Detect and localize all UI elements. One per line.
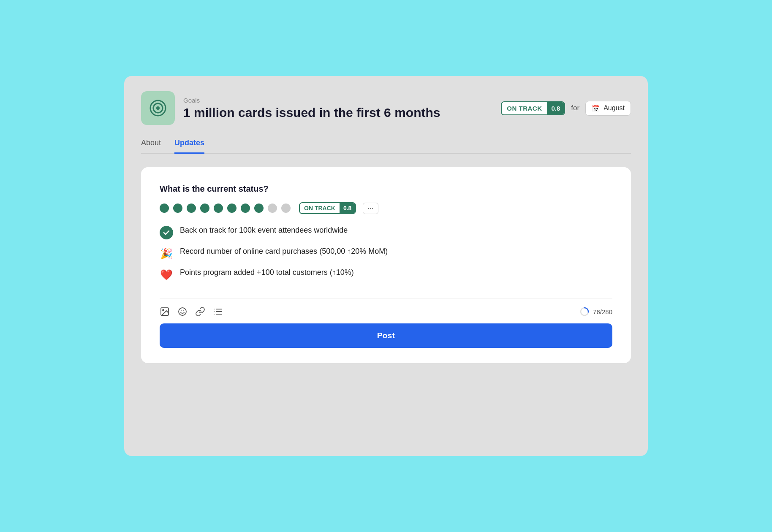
inline-badge-text: ON TRACK: [300, 203, 340, 213]
heart-icon: ❤️: [160, 268, 173, 282]
tabs: About Updates: [141, 138, 631, 154]
link-icon[interactable]: [195, 307, 205, 317]
update-item-1-text: Back on track for 100k event attendees w…: [180, 226, 348, 235]
party-icon: 🎉: [160, 247, 173, 261]
char-count-wrapper: 76/280: [579, 307, 612, 317]
toolbar: 76/280: [160, 299, 612, 317]
header-text: Goals 1 million cards issued in the firs…: [183, 97, 492, 120]
update-item-2-text: Record number of online card purchases (…: [180, 247, 388, 256]
dot-3: [187, 204, 196, 213]
header: Goals 1 million cards issued in the firs…: [141, 91, 631, 125]
main-card: Goals 1 million cards issued in the firs…: [124, 76, 648, 456]
tab-updates[interactable]: Updates: [174, 138, 204, 154]
update-item-1: Back on track for 100k event attendees w…: [160, 226, 612, 239]
month-label: August: [603, 104, 625, 112]
svg-point-2: [156, 106, 160, 110]
update-items: Back on track for 100k event attendees w…: [160, 226, 612, 282]
dot-4: [200, 204, 209, 213]
post-button[interactable]: Post: [160, 323, 612, 348]
dot-9: [268, 204, 277, 213]
dot-1: [160, 204, 169, 213]
svg-point-5: [179, 308, 186, 315]
dot-6: [227, 204, 236, 213]
svg-point-4: [163, 309, 164, 311]
calendar-icon: 📅: [592, 104, 600, 112]
check-circle-icon: [160, 226, 173, 239]
tab-about[interactable]: About: [141, 138, 161, 154]
emoji-icon[interactable]: [177, 307, 188, 317]
dots-row: ON TRACK 0.8 ···: [160, 202, 612, 214]
image-icon[interactable]: [160, 307, 170, 317]
inner-card: What is the current status? ON TRACK 0.8…: [141, 167, 631, 363]
status-badge-text: ON TRACK: [502, 102, 547, 114]
goal-title: 1 million cards issued in the first 6 mo…: [183, 106, 492, 120]
update-item-2: 🎉 Record number of online card purchases…: [160, 247, 612, 261]
more-button[interactable]: ···: [363, 203, 378, 214]
for-label: for: [571, 104, 579, 112]
goals-label: Goals: [183, 97, 492, 104]
update-item-3-text: Points program added +100 total customer…: [180, 268, 354, 277]
status-badge-score: 0.8: [547, 102, 564, 114]
dot-2: [173, 204, 182, 213]
header-right: ON TRACK 0.8 for 📅 August: [501, 101, 631, 116]
dot-5: [214, 204, 223, 213]
update-item-3: ❤️ Points program added +100 total custo…: [160, 268, 612, 282]
dot-7: [241, 204, 250, 213]
dot-8: [254, 204, 264, 213]
progress-ring: [579, 307, 590, 317]
char-count: 76/280: [593, 308, 612, 315]
dot-10: [281, 204, 291, 213]
status-badge: ON TRACK 0.8: [501, 101, 565, 115]
inline-status-badge: ON TRACK 0.8: [299, 202, 356, 214]
inline-badge-score: 0.8: [340, 203, 355, 213]
list-icon[interactable]: [213, 307, 223, 317]
status-question: What is the current status?: [160, 184, 612, 194]
month-badge[interactable]: 📅 August: [585, 101, 631, 116]
goal-icon: [141, 91, 175, 125]
